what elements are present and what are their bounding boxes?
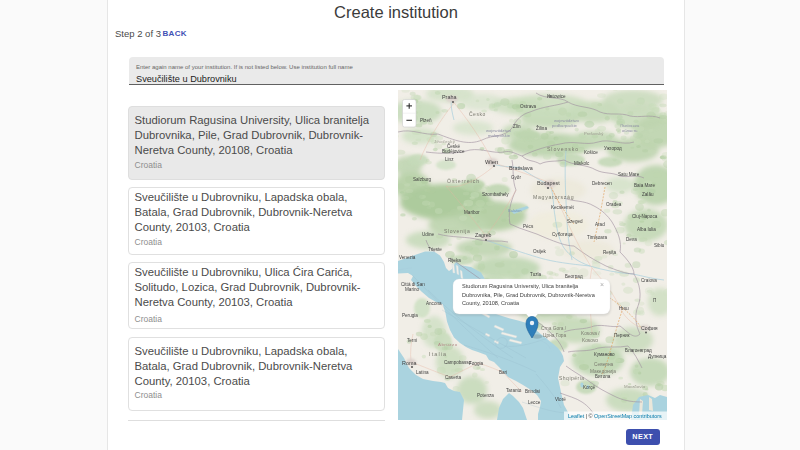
svg-text:Győr: Győr — [511, 175, 521, 180]
svg-text:Београд: Београд — [565, 274, 583, 279]
svg-text:Studiorum Ragusina University,: Studiorum Ragusina University, Ulica bra… — [462, 283, 579, 289]
svg-text:Roma: Roma — [402, 360, 416, 366]
svg-text:Zlín: Zlín — [513, 124, 521, 129]
svg-text:podkarpackie: podkarpackie — [552, 123, 578, 128]
svg-text:Bari: Bari — [499, 370, 507, 375]
svg-text:Udine: Udine — [422, 232, 434, 237]
svg-text:Szombathely: Szombathely — [482, 192, 509, 197]
svg-text:Timișoara: Timișoara — [587, 235, 607, 240]
svg-text:Crna Gora /: Crna Gora / — [541, 326, 567, 331]
svg-text:Битола: Битола — [595, 374, 611, 379]
svg-text:Куманово: Куманово — [594, 352, 615, 357]
svg-text:Μακεδονία: Μακεδονία — [624, 384, 645, 389]
svg-text:Österreich: Österreich — [447, 178, 480, 184]
svg-text:Česko: Česko — [469, 111, 486, 117]
svg-text:Latina: Latina — [416, 370, 429, 375]
svg-text:Balaton: Balaton — [508, 208, 522, 213]
svg-text:Brindisi: Brindisi — [525, 389, 540, 394]
svg-text:Potenza: Potenza — [477, 393, 494, 398]
svg-text:Foggia: Foggia — [469, 361, 483, 366]
svg-text:Campobasso: Campobasso — [444, 360, 472, 365]
svg-text:Linz: Linz — [445, 157, 454, 162]
svg-text:Ostrava: Ostrava — [520, 104, 537, 109]
svg-text:Magyarország: Magyarország — [533, 194, 574, 200]
svg-text:Marino: Marino — [405, 287, 419, 292]
svg-text:Italia: Italia — [429, 351, 447, 357]
svg-text:Перник: Перник — [614, 333, 631, 338]
svg-text:Sibiu: Sibiu — [654, 243, 665, 248]
svg-text:Caserta: Caserta — [445, 375, 462, 380]
svg-text:Budějovice: Budějovice — [442, 149, 465, 154]
svg-text:Македонија: Македонија — [590, 369, 616, 374]
svg-text:Северна: Северна — [594, 362, 614, 367]
svg-text:Ужгород: Ужгород — [604, 146, 622, 151]
svg-text:Korçë: Korçë — [583, 385, 595, 390]
svg-text:Ниш: Ниш — [619, 306, 629, 311]
svg-text:Deva: Deva — [626, 237, 637, 242]
svg-text:Craiova: Craiova — [641, 278, 657, 283]
svg-text:Maribor: Maribor — [464, 210, 480, 215]
svg-text:Jihočeský: Jihočeský — [434, 139, 456, 144]
svg-text:Kecskemét: Kecskemét — [551, 205, 574, 210]
svg-text:Pécs: Pécs — [523, 224, 534, 229]
svg-text:Shqipëria: Shqipëria — [559, 375, 585, 381]
svg-text:Slovenija: Slovenija — [444, 228, 471, 234]
svg-text:Rijeka: Rijeka — [448, 258, 461, 263]
svg-text:Kosova /: Kosova / — [581, 331, 600, 336]
svg-text:Taranto: Taranto — [506, 388, 522, 393]
svg-text:Praha: Praha — [442, 94, 456, 100]
svg-text:Cluj-Napoca: Cluj-Napoca — [632, 214, 658, 219]
svg-text:область: область — [622, 128, 638, 133]
svg-text:Terni: Terni — [407, 338, 417, 343]
svg-text:Bratislava: Bratislava — [509, 165, 533, 171]
svg-text:Debrecen: Debrecen — [592, 181, 612, 186]
svg-text:Plzeň: Plzeň — [420, 118, 432, 123]
svg-text:Košice: Košice — [584, 150, 598, 155]
svg-text:małopolskie: małopolskie — [488, 133, 511, 138]
svg-text:Kosovo: Kosovo — [582, 338, 598, 343]
svg-text:Oradea: Oradea — [606, 202, 622, 207]
svg-text:Reșița: Reșița — [603, 250, 616, 255]
svg-text:Tuzla: Tuzla — [530, 272, 542, 277]
svg-text:Salzburg: Salzburg — [413, 177, 432, 182]
svg-text:Budapest: Budapest — [537, 180, 560, 186]
svg-text:Lecce: Lecce — [528, 400, 541, 405]
svg-text:П: П — [653, 298, 656, 303]
svg-text:Ancona: Ancona — [426, 301, 442, 306]
svg-text:Суботица: Суботица — [552, 232, 573, 237]
svg-text:Baia Mare: Baia Mare — [634, 183, 655, 188]
svg-text:Zalău: Zalău — [642, 192, 654, 197]
svg-text:Žilina: Žilina — [536, 124, 547, 131]
svg-text:Dubrovnika, Pile, Grad Dubrovn: Dubrovnika, Pile, Grad Dubrovnik, Dubrov… — [462, 292, 596, 298]
svg-text:Vlorë: Vlorë — [555, 397, 566, 402]
svg-text:Alba Iulia: Alba Iulia — [637, 227, 656, 232]
svg-text:Zagreb: Zagreb — [475, 232, 492, 238]
svg-text:Satu Mare: Satu Mare — [618, 172, 640, 177]
svg-text:Szeged: Szeged — [567, 219, 583, 224]
svg-text:Trieste: Trieste — [428, 247, 442, 252]
svg-text:Venezia: Venezia — [399, 255, 416, 260]
svg-text:Leaflet | © OpenStreetMap cont: Leaflet | © OpenStreetMap contributors — [568, 413, 662, 419]
svg-text:Дупница: Дупница — [648, 354, 667, 359]
svg-text:Perugia: Perugia — [402, 313, 418, 318]
svg-text:Slovensko: Slovensko — [547, 146, 579, 152]
svg-text:Arad: Arad — [595, 222, 605, 227]
svg-text:×: × — [600, 281, 604, 288]
svg-text:Благоевград: Благоевград — [625, 348, 652, 353]
svg-text:Miskolc: Miskolc — [574, 161, 590, 166]
svg-text:Црна Гора: Црна Гора — [543, 333, 566, 338]
svg-text:Wien: Wien — [485, 159, 498, 165]
svg-text:Osijek: Osijek — [533, 249, 546, 254]
svg-text:София: София — [641, 325, 658, 331]
svg-text:County, 20108, Croatia: County, 20108, Croatia — [462, 300, 520, 306]
svg-text:Prešovský: Prešovský — [584, 131, 604, 136]
svg-text:Abruzzo: Abruzzo — [438, 342, 458, 347]
